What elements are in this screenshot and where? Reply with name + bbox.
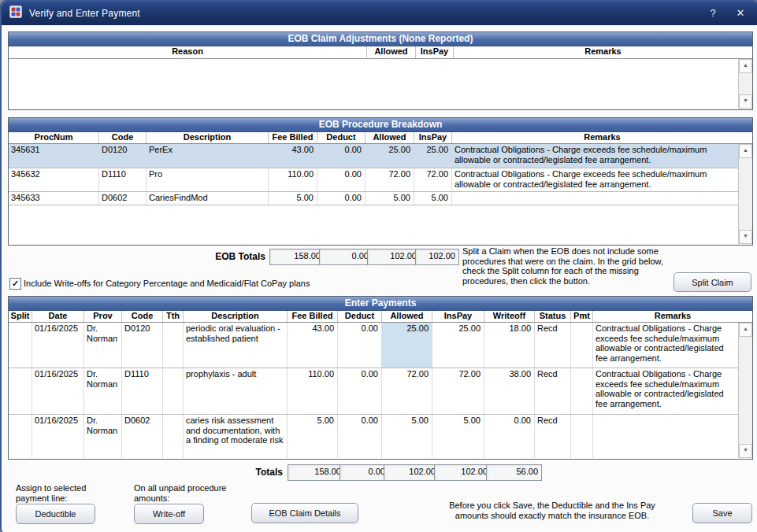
eob-claim-details-button[interactable]: EOB Claim Details	[251, 503, 358, 523]
cell-status[interactable]: Recd	[535, 415, 571, 458]
cell-pmt[interactable]	[571, 415, 593, 458]
breakdown-scrollbar[interactable]: ▲ ▼	[738, 144, 752, 244]
scroll-up-icon[interactable]: ▲	[739, 323, 752, 337]
cell-writeoff[interactable]: 38.00	[484, 368, 535, 414]
enter-payments-title: Enter Payments	[9, 297, 752, 311]
cell-code[interactable]: D0120	[122, 323, 163, 368]
cell-writeoff[interactable]: 18.00	[484, 323, 535, 368]
cell-deduct: 0.00	[317, 192, 366, 205]
scroll-down-icon[interactable]: ▼	[739, 230, 752, 244]
cell-remarks[interactable]: Contractual Obligations - Charge exceeds…	[593, 368, 739, 414]
cell-description[interactable]: periodic oral evaluation - established p…	[184, 323, 288, 368]
cell-allowed: 5.00	[366, 192, 414, 205]
col-header-procnum: ProcNum	[9, 132, 99, 143]
cell-code[interactable]: D0602	[122, 415, 163, 458]
save-button[interactable]: Save	[692, 503, 752, 523]
scroll-up-icon[interactable]: ▲	[739, 144, 752, 158]
cell-split[interactable]	[9, 323, 32, 368]
include-writeoffs-checkbox[interactable]: ✓	[9, 278, 21, 290]
col-header-allowed: Allowed	[367, 46, 416, 58]
col-header-status: Status	[535, 311, 571, 322]
save-hint-text: Before you click Save, the Deductible an…	[434, 501, 670, 521]
cell-remarks: Contractual Obligations - Charge exceeds…	[452, 168, 739, 191]
col-header-code: Code	[99, 132, 147, 143]
total-allowed: 102.00	[384, 464, 440, 481]
cell-date[interactable]: 01/16/2025	[32, 323, 84, 368]
on-all-unpaid-label: On all unpaid procedure amounts:	[134, 483, 232, 504]
deductible-button[interactable]: Deductible	[16, 504, 95, 524]
cell-remarks	[452, 192, 739, 205]
cell-tth[interactable]	[163, 323, 184, 368]
col-header-date: Date	[32, 311, 84, 322]
col-header-pmt: Pmt	[571, 311, 593, 322]
eob-claim-adjustments-grid: EOB Claim Adjustments (None Reported) Re…	[8, 31, 753, 110]
cell-description[interactable]: prophylaxis - adult	[184, 368, 288, 414]
cell-date[interactable]: 01/16/2025	[32, 368, 84, 414]
cell-inspay[interactable]: 5.00	[432, 415, 484, 458]
cell-pmt[interactable]	[571, 323, 593, 368]
col-header-remarks: Remarks	[454, 46, 752, 58]
cell-allowed[interactable]: 5.00	[382, 415, 432, 458]
cell-inspay: 25.00	[414, 144, 452, 168]
cell-deduct: 0.00	[317, 144, 366, 168]
split-claim-button[interactable]: Split Claim	[674, 272, 751, 292]
cell-writeoff[interactable]: 0.00	[484, 415, 535, 458]
cell-tth[interactable]	[163, 368, 184, 414]
cell-remarks[interactable]: Contractual Obligations - Charge exceeds…	[593, 323, 739, 368]
cell-deduct[interactable]: 0.00	[338, 368, 382, 414]
payment-row[interactable]: 01/16/2025 Dr. Norman D0602 caries risk …	[9, 415, 739, 458]
payments-scrollbar[interactable]: ▲ ▼	[738, 323, 752, 458]
cell-deduct[interactable]: 0.00	[338, 323, 382, 368]
procedure-row[interactable]: 345633 D0602 CariesFindMod 5.00 0.00 5.0…	[9, 192, 739, 205]
writeoff-button[interactable]: Write-off	[134, 504, 204, 524]
cell-fee-billed[interactable]: 43.00	[288, 323, 338, 368]
scroll-down-icon[interactable]: ▼	[739, 94, 752, 109]
cell-prov[interactable]: Dr. Norman	[84, 323, 122, 368]
cell-code: D0120	[99, 144, 147, 168]
cell-inspay[interactable]: 72.00	[432, 368, 484, 414]
scrollbar-track[interactable]	[739, 158, 752, 230]
cell-fee-billed[interactable]: 5.00	[288, 415, 338, 458]
cell-fee-billed[interactable]: 110.00	[288, 368, 338, 414]
col-header-code: Code	[122, 311, 163, 322]
adjustments-scrollbar[interactable]: ▲ ▼	[738, 59, 752, 109]
scrollbar-track[interactable]	[739, 73, 752, 94]
cell-status[interactable]: Recd	[535, 368, 571, 414]
cell-code[interactable]: D1110	[122, 368, 163, 414]
cell-prov[interactable]: Dr. Norman	[84, 415, 122, 458]
scroll-up-icon[interactable]: ▲	[739, 59, 752, 73]
col-header-description: Description	[184, 311, 288, 322]
payment-row[interactable]: 01/16/2025 Dr. Norman D1110 prophylaxis …	[9, 368, 739, 415]
cell-code: D1110	[99, 168, 147, 191]
col-header-prov: Prov	[84, 311, 122, 322]
include-writeoffs-label[interactable]: Include Write-offs for Category Percenta…	[24, 279, 417, 289]
payment-row[interactable]: 01/16/2025 Dr. Norman D0120 periodic ora…	[9, 323, 739, 368]
cell-split[interactable]	[9, 415, 32, 458]
cell-inspay[interactable]: 25.00	[432, 323, 484, 368]
cell-tth[interactable]	[163, 415, 184, 458]
help-button[interactable]: ?	[703, 2, 723, 25]
verify-enter-payment-window: Verify and Enter Payment ? ✕ EOB Claim A…	[0, 0, 757, 532]
cell-description[interactable]: caries risk assessment and documentation…	[184, 415, 288, 458]
cell-status[interactable]: Recd	[535, 323, 571, 368]
cell-prov[interactable]: Dr. Norman	[84, 368, 122, 414]
scroll-down-icon[interactable]: ▼	[739, 444, 752, 458]
procedure-row[interactable]: 345631 D0120 PerEx 43.00 0.00 25.00 25.0…	[9, 144, 739, 168]
eob-total-fee-billed: 158.00	[269, 249, 325, 265]
check-icon: ✓	[12, 279, 19, 288]
cell-allowed[interactable]: 72.00	[382, 368, 432, 414]
total-writeoff: 56.00	[486, 464, 542, 481]
cell-fee-billed: 110.00	[269, 168, 317, 191]
cell-allowed[interactable]: 25.00	[382, 323, 432, 368]
cell-remarks: Contractual Obligations - Charge exceeds…	[452, 144, 739, 168]
cell-split[interactable]	[9, 368, 32, 414]
cell-pmt[interactable]	[571, 368, 593, 414]
cell-description: Pro	[147, 168, 269, 191]
close-button[interactable]: ✕	[730, 2, 751, 25]
procedure-row[interactable]: 345632 D1110 Pro 110.00 0.00 72.00 72.00…	[9, 168, 739, 192]
cell-deduct[interactable]: 0.00	[338, 415, 382, 458]
col-header-description: Description	[147, 132, 269, 143]
cell-remarks[interactable]	[593, 415, 739, 458]
scrollbar-track[interactable]	[739, 337, 752, 444]
cell-date[interactable]: 01/16/2025	[32, 415, 84, 458]
